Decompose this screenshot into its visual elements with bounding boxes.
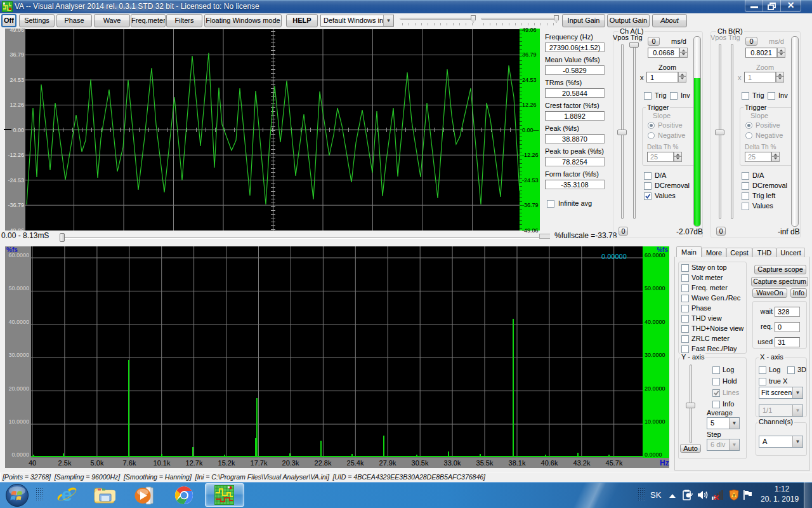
svg-text:e: e xyxy=(62,485,72,505)
